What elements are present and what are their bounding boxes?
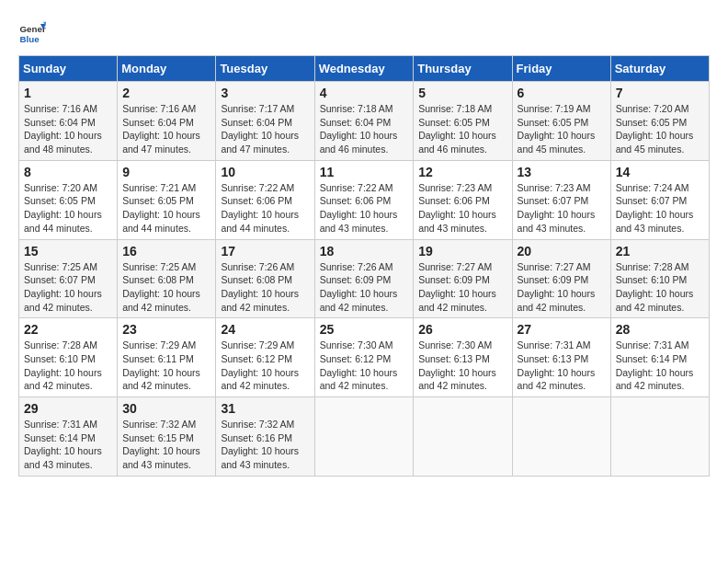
day-info: Sunrise: 7:20 AMSunset: 6:05 PMDaylight:… (24, 181, 112, 236)
day-number: 10 (221, 165, 309, 179)
day-number: 3 (221, 86, 309, 100)
calendar-week-row: 1Sunrise: 7:16 AMSunset: 6:04 PMDaylight… (19, 82, 710, 161)
day-number: 4 (320, 86, 409, 100)
day-info: Sunrise: 7:16 AMSunset: 6:04 PMDaylight:… (24, 102, 112, 156)
logo-icon: General Blue (18, 18, 46, 46)
calendar-cell: 19Sunrise: 7:27 AMSunset: 6:09 PMDayligh… (414, 239, 512, 318)
day-number: 11 (320, 165, 409, 179)
day-number: 2 (122, 86, 210, 100)
calendar-cell: 14Sunrise: 7:24 AMSunset: 6:07 PMDayligh… (610, 160, 709, 239)
calendar-cell: 27Sunrise: 7:31 AMSunset: 6:13 PMDayligh… (512, 318, 610, 397)
day-info: Sunrise: 7:31 AMSunset: 6:14 PMDaylight:… (24, 418, 112, 472)
calendar-cell: 2Sunrise: 7:16 AMSunset: 6:04 PMDaylight… (118, 82, 216, 161)
day-info: Sunrise: 7:18 AMSunset: 6:05 PMDaylight:… (418, 102, 506, 156)
calendar-week-row: 29Sunrise: 7:31 AMSunset: 6:14 PMDayligh… (19, 397, 710, 477)
calendar-cell: 18Sunrise: 7:26 AMSunset: 6:09 PMDayligh… (314, 239, 414, 318)
day-info: Sunrise: 7:28 AMSunset: 6:10 PMDaylight:… (24, 339, 112, 393)
day-info: Sunrise: 7:32 AMSunset: 6:16 PMDaylight:… (221, 418, 309, 472)
calendar-cell: 10Sunrise: 7:22 AMSunset: 6:06 PMDayligh… (216, 160, 314, 239)
day-info: Sunrise: 7:25 AMSunset: 6:08 PMDaylight:… (122, 260, 210, 315)
day-number: 17 (221, 244, 309, 259)
day-number: 14 (616, 165, 704, 179)
calendar-cell: 1Sunrise: 7:16 AMSunset: 6:04 PMDaylight… (19, 82, 118, 161)
day-info: Sunrise: 7:32 AMSunset: 6:15 PMDaylight:… (122, 418, 210, 472)
day-number: 13 (518, 165, 606, 179)
day-info: Sunrise: 7:30 AMSunset: 6:12 PMDaylight:… (320, 339, 409, 393)
calendar-cell: 6Sunrise: 7:19 AMSunset: 6:05 PMDaylight… (512, 82, 610, 161)
day-number: 30 (122, 401, 210, 416)
day-number: 1 (24, 86, 112, 100)
day-info: Sunrise: 7:27 AMSunset: 6:09 PMDaylight:… (418, 260, 506, 315)
calendar-cell (512, 397, 610, 477)
calendar-cell: 30Sunrise: 7:32 AMSunset: 6:15 PMDayligh… (118, 397, 216, 477)
calendar-cell: 23Sunrise: 7:29 AMSunset: 6:11 PMDayligh… (118, 318, 216, 397)
weekday-header-tuesday: Tuesday (216, 56, 314, 82)
day-info: Sunrise: 7:26 AMSunset: 6:09 PMDaylight:… (320, 260, 409, 315)
day-info: Sunrise: 7:24 AMSunset: 6:07 PMDaylight:… (616, 181, 704, 236)
weekday-header-row: SundayMondayTuesdayWednesdayThursdayFrid… (19, 56, 710, 82)
weekday-header-monday: Monday (118, 56, 216, 82)
day-number: 28 (616, 322, 704, 337)
day-number: 12 (418, 165, 506, 179)
day-number: 5 (418, 86, 506, 100)
weekday-header-saturday: Saturday (610, 56, 709, 82)
calendar-cell: 20Sunrise: 7:27 AMSunset: 6:09 PMDayligh… (512, 239, 610, 318)
calendar-cell: 7Sunrise: 7:20 AMSunset: 6:05 PMDaylight… (610, 82, 709, 161)
day-info: Sunrise: 7:23 AMSunset: 6:07 PMDaylight:… (518, 181, 606, 236)
day-info: Sunrise: 7:22 AMSunset: 6:06 PMDaylight:… (320, 181, 409, 236)
calendar-cell: 24Sunrise: 7:29 AMSunset: 6:12 PMDayligh… (216, 318, 314, 397)
day-number: 8 (24, 165, 112, 179)
day-info: Sunrise: 7:28 AMSunset: 6:10 PMDaylight:… (616, 260, 704, 315)
calendar-cell: 16Sunrise: 7:25 AMSunset: 6:08 PMDayligh… (118, 239, 216, 318)
day-number: 27 (518, 322, 606, 337)
logo: General Blue (18, 18, 46, 46)
calendar-cell: 17Sunrise: 7:26 AMSunset: 6:08 PMDayligh… (216, 239, 314, 318)
calendar-cell: 11Sunrise: 7:22 AMSunset: 6:06 PMDayligh… (314, 160, 414, 239)
calendar-week-row: 22Sunrise: 7:28 AMSunset: 6:10 PMDayligh… (19, 318, 710, 397)
day-info: Sunrise: 7:19 AMSunset: 6:05 PMDaylight:… (518, 102, 606, 156)
day-number: 21 (616, 244, 704, 259)
page-header: General Blue (18, 18, 710, 46)
day-number: 23 (122, 322, 210, 337)
calendar-cell: 29Sunrise: 7:31 AMSunset: 6:14 PMDayligh… (19, 397, 118, 477)
day-info: Sunrise: 7:30 AMSunset: 6:13 PMDaylight:… (418, 339, 506, 393)
calendar-cell: 13Sunrise: 7:23 AMSunset: 6:07 PMDayligh… (512, 160, 610, 239)
calendar-cell: 9Sunrise: 7:21 AMSunset: 6:05 PMDaylight… (118, 160, 216, 239)
day-info: Sunrise: 7:29 AMSunset: 6:11 PMDaylight:… (122, 339, 210, 393)
calendar-cell: 5Sunrise: 7:18 AMSunset: 6:05 PMDaylight… (414, 82, 512, 161)
calendar-cell: 3Sunrise: 7:17 AMSunset: 6:04 PMDaylight… (216, 82, 314, 161)
weekday-header-wednesday: Wednesday (314, 56, 414, 82)
day-info: Sunrise: 7:27 AMSunset: 6:09 PMDaylight:… (518, 260, 606, 315)
day-info: Sunrise: 7:26 AMSunset: 6:08 PMDaylight:… (221, 260, 309, 315)
day-number: 7 (616, 86, 704, 100)
day-number: 31 (221, 401, 309, 416)
day-info: Sunrise: 7:21 AMSunset: 6:05 PMDaylight:… (122, 181, 210, 236)
weekday-header-thursday: Thursday (414, 56, 512, 82)
weekday-header-sunday: Sunday (19, 56, 118, 82)
day-number: 19 (418, 244, 506, 259)
day-number: 9 (122, 165, 210, 179)
calendar-cell: 8Sunrise: 7:20 AMSunset: 6:05 PMDaylight… (19, 160, 118, 239)
day-info: Sunrise: 7:25 AMSunset: 6:07 PMDaylight:… (24, 260, 112, 315)
day-number: 16 (122, 244, 210, 259)
day-info: Sunrise: 7:29 AMSunset: 6:12 PMDaylight:… (221, 339, 309, 393)
day-number: 20 (518, 244, 606, 259)
day-number: 22 (24, 322, 112, 337)
calendar-cell: 4Sunrise: 7:18 AMSunset: 6:04 PMDaylight… (314, 82, 414, 161)
calendar-week-row: 15Sunrise: 7:25 AMSunset: 6:07 PMDayligh… (19, 239, 710, 318)
day-info: Sunrise: 7:17 AMSunset: 6:04 PMDaylight:… (221, 102, 309, 156)
calendar-cell: 25Sunrise: 7:30 AMSunset: 6:12 PMDayligh… (314, 318, 414, 397)
day-info: Sunrise: 7:16 AMSunset: 6:04 PMDaylight:… (122, 102, 210, 156)
day-number: 29 (24, 401, 112, 416)
day-number: 24 (221, 322, 309, 337)
calendar-table: SundayMondayTuesdayWednesdayThursdayFrid… (18, 55, 710, 477)
day-info: Sunrise: 7:18 AMSunset: 6:04 PMDaylight:… (320, 102, 409, 156)
weekday-header-friday: Friday (512, 56, 610, 82)
day-info: Sunrise: 7:23 AMSunset: 6:06 PMDaylight:… (418, 181, 506, 236)
day-info: Sunrise: 7:20 AMSunset: 6:05 PMDaylight:… (616, 102, 704, 156)
calendar-cell: 15Sunrise: 7:25 AMSunset: 6:07 PMDayligh… (19, 239, 118, 318)
day-info: Sunrise: 7:31 AMSunset: 6:14 PMDaylight:… (616, 339, 704, 393)
calendar-cell: 28Sunrise: 7:31 AMSunset: 6:14 PMDayligh… (610, 318, 709, 397)
calendar-cell: 31Sunrise: 7:32 AMSunset: 6:16 PMDayligh… (216, 397, 314, 477)
day-number: 26 (418, 322, 506, 337)
